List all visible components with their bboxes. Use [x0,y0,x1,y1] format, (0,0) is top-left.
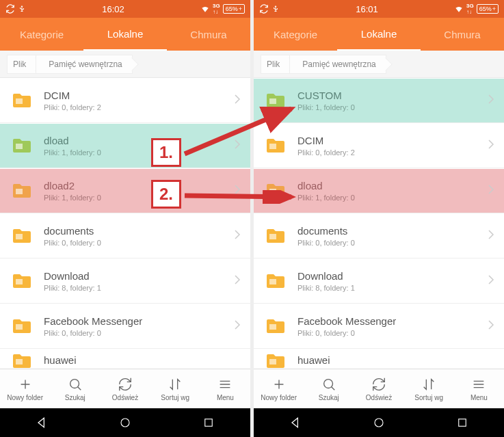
chevron-right-icon [488,274,494,288]
folder-icon [266,354,285,369]
svg-rect-3 [16,234,23,239]
list-item[interactable]: DownloadPliki: 8, foldery: 1 [0,259,250,304]
nav-recent[interactable] [449,409,476,436]
nav-back[interactable] [282,409,309,436]
folder-icon [266,319,285,334]
nav-recent[interactable] [195,409,222,436]
svg-rect-16 [269,359,276,365]
new-folder-button[interactable]: Nowy folder [0,369,50,408]
breadcrumb-root[interactable]: Plik [7,55,36,74]
chevron-right-icon [234,229,241,243]
phone-left: 16:02 3G↑↓ 65%+ Kategorie Lokalne Chmura… [0,0,250,437]
chevron-right-icon [234,274,241,288]
tab-cloud[interactable]: Chmura [421,18,504,51]
chevron-right-icon [488,319,494,333]
item-name: dload [297,180,488,191]
usb-icon [271,5,280,13]
annotation-mark-2: 2. [151,180,181,209]
folder-icon [12,183,31,198]
chevron-right-icon [488,94,494,107]
status-bar: 16:01 3G↑↓ 65%+ [254,0,504,18]
clock: 16:01 [356,4,378,14]
folder-icon [266,274,285,289]
signal-3g-icon: 3G↑↓ [466,3,474,15]
svg-rect-1 [16,144,23,149]
menu-button[interactable]: Menu [200,369,250,408]
refresh-button[interactable]: Odśwież [100,369,150,408]
tab-local[interactable]: Lokalne [83,18,167,51]
chevron-right-icon [488,139,494,153]
svg-rect-2 [16,189,23,194]
breadcrumb-root[interactable]: Plik [261,55,290,74]
svg-rect-19 [459,419,466,427]
annotation-mark-1: 1. [151,138,181,167]
svg-point-17 [323,379,332,388]
menu-button[interactable]: Menu [454,369,504,408]
folder-icon [12,228,31,243]
list-item[interactable]: documentsPliki: 0, foldery: 0 [0,214,250,259]
svg-rect-5 [16,324,23,330]
tab-local[interactable]: Lokalne [337,18,421,51]
breadcrumb-path[interactable]: Pamięć wewnętrzna [289,55,386,74]
nav-back[interactable] [28,409,55,436]
clock: 16:02 [102,4,124,14]
tab-categories[interactable]: Kategorie [0,18,83,51]
tab-cloud[interactable]: Chmura [167,18,250,51]
item-name: Facebook Messenger [297,315,488,327]
breadcrumb-path[interactable]: Pamięć wewnętrzna [36,55,132,74]
wifi-icon [454,4,464,14]
item-meta: Pliki: 0, foldery: 0 [44,329,234,337]
search-button[interactable]: Szukaj [50,369,100,408]
folder-icon [12,93,31,108]
item-name: huawei [297,354,494,366]
svg-point-8 [121,419,129,427]
nav-home[interactable] [111,409,139,436]
item-name: huawei [44,354,241,366]
item-meta: Pliki: 0, foldery: 0 [297,329,488,337]
chevron-right-icon [234,319,241,333]
chevron-right-icon [488,229,494,243]
svg-line-20 [185,109,291,154]
sync-icon [5,4,15,14]
battery-icon: 65%+ [223,4,245,14]
svg-rect-9 [205,419,213,427]
list-item[interactable]: huawei [254,349,504,369]
folder-icon [12,319,31,334]
new-folder-button[interactable]: Nowy folder [254,369,304,408]
item-name: Facebook Messenger [44,315,234,327]
signal-3g-icon: 3G↑↓ [213,3,220,15]
item-meta: Pliki: 0, foldery: 0 [44,239,234,247]
svg-rect-4 [16,279,23,284]
svg-rect-6 [16,359,23,365]
list-item[interactable]: DownloadPliki: 8, foldery: 1 [254,259,504,304]
search-button[interactable]: Szukaj [304,369,354,408]
folder-icon [12,354,31,369]
item-meta: Pliki: 8, foldery: 1 [44,284,234,292]
tabs: Kategorie Lokalne Chmura [254,18,504,51]
list-item[interactable]: Facebook MessengerPliki: 0, foldery: 0 [254,304,504,349]
refresh-button[interactable]: Odśwież [354,369,403,408]
breadcrumb: Plik Pamięć wewnętrzna [0,51,250,78]
item-name: documents [297,225,488,237]
sort-button[interactable]: Sortuj wg [404,369,454,408]
wifi-icon [200,4,210,14]
list-item[interactable]: Facebook MessengerPliki: 0, foldery: 0 [0,304,250,349]
list-item[interactable]: huawei [0,349,250,369]
bottom-bar: Nowy folder Szukaj Odśwież Sortuj wg Men… [0,369,250,408]
item-name: CUSTOM [297,90,488,101]
sort-button[interactable]: Sortuj wg [150,369,200,408]
item-meta: Pliki: 0, foldery: 2 [297,148,488,157]
item-name: documents [44,225,234,237]
sync-icon [259,4,269,14]
svg-rect-0 [16,98,23,104]
annotation-arrow-1 [182,94,298,159]
nav-home[interactable] [365,409,393,436]
svg-point-7 [70,379,79,388]
list-item[interactable]: documentsPliki: 0, foldery: 0 [254,214,504,259]
battery-icon: 65%+ [477,4,499,14]
annotation-arrow-2 [182,190,298,204]
item-name: DCIM [297,135,488,146]
chevron-right-icon [488,184,494,198]
folder-icon [12,138,31,153]
tab-categories[interactable]: Kategorie [254,18,337,51]
